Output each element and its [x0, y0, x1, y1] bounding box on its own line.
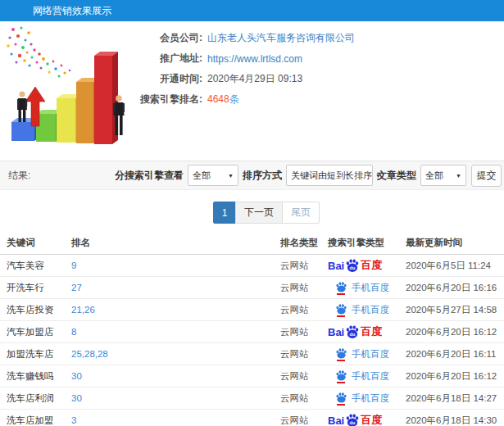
updated-cell: 2020年6月5日 11:24: [406, 255, 504, 277]
updated-cell: 2020年6月18日 14:27: [406, 387, 504, 410]
keyword-cell: 开洗车行: [0, 277, 71, 299]
baidu-wordmark-cn: 百度: [361, 413, 382, 426]
bar-chart-illustration: [2, 23, 143, 154]
updated-cell: 2020年6月20日 16:16: [406, 277, 504, 299]
page-header: 网络营销效果展示: [0, 0, 504, 21]
rank-type-cell: 云网站: [280, 387, 328, 410]
info-fields: 会员公司: 山东老人头汽车服务咨询有限公司 推广地址: https://www.…: [137, 28, 355, 110]
baidu-paw-icon: du: [345, 258, 360, 273]
company-link[interactable]: 山东老人头汽车服务咨询有限公司: [207, 31, 355, 45]
rank-link[interactable]: 25,28,28: [71, 349, 108, 359]
rank-link[interactable]: 27: [71, 283, 82, 292]
baidu-wordmark-bai: Bai: [328, 260, 344, 272]
baidu-wordmark-bai: Bai: [328, 326, 344, 338]
info-row-open-time: 开通时间: 2020年4月29日 09:13: [137, 69, 355, 89]
rank-link[interactable]: 9: [71, 261, 76, 270]
open-time-value: 2020年4月29日 09:13: [207, 72, 302, 86]
engine-filter-value: 全部: [193, 170, 211, 182]
info-row-company: 会员公司: 山东老人头汽车服务咨询有限公司: [137, 28, 355, 48]
engine-cell: 手机百度: [328, 343, 406, 365]
article-type-label: 文章类型: [377, 169, 416, 183]
mobile-baidu-paw-icon: [335, 369, 347, 383]
engine-filter-select[interactable]: 全部 ▼: [188, 165, 238, 186]
filter-controls: 分搜索引擎查看 全部 ▼ 排序方式 关键词由短到长排序 ▼ 文章类型 全部 ▼ …: [111, 165, 504, 187]
mobile-baidu-paw-icon: [335, 392, 347, 406]
keyword-cell: 洗车店利润: [0, 387, 71, 410]
engine-logo-baidu-pc: Bai du 百度: [328, 413, 382, 426]
rank-type-cell: 云网站: [280, 299, 328, 321]
engine-logo-baidu-mobile: 手机百度: [328, 281, 389, 295]
mobile-baidu-label: 手机百度: [352, 392, 389, 405]
mobile-baidu-label: 手机百度: [352, 370, 389, 383]
table-row: 洗车店利润 30 云网站 手机百度 2020年6月18日 14:27: [0, 387, 504, 410]
page-1-button[interactable]: 1: [213, 202, 236, 224]
baidu-wordmark-bai: Bai: [328, 415, 344, 426]
promo-url-link[interactable]: https://www.lrtlsd.com: [207, 53, 302, 65]
mobile-baidu-underline: [337, 382, 345, 383]
table-row: 洗车赚钱吗 30 云网站 手机百度 2020年6月20日 16:12: [0, 365, 504, 387]
rank-type-cell: 云网站: [280, 410, 328, 426]
rank-link[interactable]: 30: [71, 393, 82, 403]
col-header-rank-type: 排名类型: [280, 232, 328, 255]
rank-link[interactable]: 21,26: [71, 305, 95, 315]
info-row-rank-count: 搜索引擎排名: 4648条: [137, 89, 355, 110]
engine-cell: Bai du 百度: [328, 321, 406, 343]
mobile-baidu-label: 手机百度: [352, 348, 389, 360]
table-row: 汽车加盟店 8 云网站 Bai du 百度 2020年6月20日 16:12: [0, 321, 504, 343]
article-type-select[interactable]: 全部 ▼: [420, 165, 466, 186]
updated-cell: 2020年6月20日 16:11: [406, 343, 504, 365]
mobile-baidu-underline: [337, 315, 345, 317]
chevron-down-icon: ▼: [228, 173, 234, 179]
rank-type-cell: 云网站: [280, 365, 328, 387]
rank-type-cell: 云网站: [280, 255, 328, 277]
engine-logo-baidu-mobile: 手机百度: [328, 392, 389, 406]
company-label: 会员公司:: [137, 31, 202, 45]
baidu-wordmark-cn: 百度: [361, 324, 382, 339]
table-row: 汽车美容 9 云网站 Bai du 百度 2020年6月5日 11:24: [0, 255, 504, 277]
updated-cell: 2020年6月20日 16:12: [406, 365, 504, 387]
member-info-panel: 会员公司: 山东老人头汽车服务咨询有限公司 推广地址: https://www.…: [0, 21, 504, 157]
rank-link[interactable]: 3: [71, 415, 76, 425]
engine-logo-baidu-pc: Bai du 百度: [328, 258, 382, 273]
table-row: 开洗车行 27 云网站 手机百度 2020年6月20日 16:16: [0, 277, 504, 299]
mobile-baidu-underline: [337, 293, 345, 295]
chevron-down-icon: ▼: [456, 173, 461, 179]
rank-count-number: 4648: [207, 93, 229, 105]
rank-type-cell: 云网站: [280, 343, 328, 365]
last-page-button[interactable]: 尾页: [282, 202, 320, 224]
rank-type-cell: 云网站: [280, 321, 328, 343]
next-page-button[interactable]: 下一页: [235, 202, 283, 224]
engine-cell: Bai du 百度: [328, 410, 406, 426]
mobile-baidu-label: 手机百度: [352, 304, 389, 316]
engine-logo-baidu-mobile: 手机百度: [328, 303, 389, 317]
col-header-rank: 排名: [71, 232, 280, 255]
keyword-cell: 洗车赚钱吗: [0, 365, 71, 387]
col-header-engine-type: 搜索引擎类型: [328, 232, 406, 255]
engine-cell: 手机百度: [328, 387, 406, 410]
keyword-cell: 洗车店投资: [0, 299, 71, 321]
bar-red: [94, 52, 118, 144]
businessman-on-bar: [17, 91, 27, 122]
rank-link[interactable]: 30: [71, 371, 82, 381]
engine-logo-baidu-mobile: 手机百度: [328, 369, 389, 383]
rank-count-value: 4648条: [207, 93, 239, 106]
sort-label: 排序方式: [243, 169, 282, 183]
filter-bar: 结果: 分搜索引擎查看 全部 ▼ 排序方式 关键词由短到长排序 ▼ 文章类型 全…: [0, 161, 504, 190]
submit-button[interactable]: 提交: [471, 165, 502, 187]
engine-logo-baidu-mobile: 手机百度: [328, 347, 389, 361]
results-table: 关键词 排名 排名类型 搜索引擎类型 最新更新时间 汽车美容 9 云网站 Bai…: [0, 232, 504, 426]
sort-select[interactable]: 关键词由短到长排序 ▼: [286, 165, 373, 186]
baidu-wordmark-cn: 百度: [361, 258, 382, 273]
mobile-baidu-underline: [337, 404, 345, 406]
info-row-url: 推广地址: https://www.lrtlsd.com: [137, 48, 355, 69]
keyword-cell: 汽车美容: [0, 255, 71, 277]
updated-cell: 2020年6月18日 14:30: [406, 410, 504, 426]
rank-link[interactable]: 8: [71, 327, 76, 337]
engine-cell: Bai du 百度: [328, 255, 406, 277]
engine-logo-baidu-pc: Bai du 百度: [328, 324, 382, 339]
keyword-cell: 加盟洗车店: [0, 343, 71, 365]
engine-filter-label: 分搜索引擎查看: [115, 169, 184, 183]
baidu-paw-icon: du: [345, 324, 360, 339]
keyword-cell: 汽车加盟店: [0, 321, 71, 343]
pagination: 1 下一页 尾页: [213, 202, 320, 224]
